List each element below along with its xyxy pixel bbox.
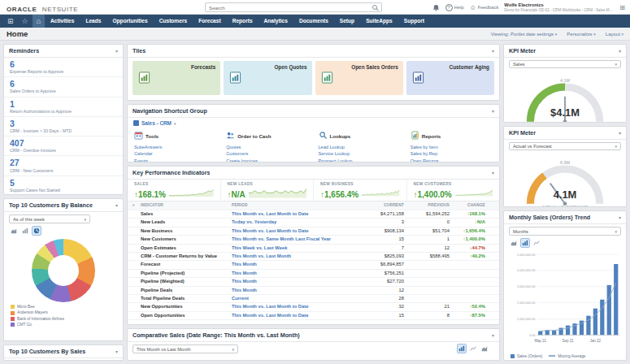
help-icon[interactable]: ?	[445, 4, 453, 11]
shortcut-link-sales-by-item[interactable]: Sales by Item	[411, 144, 493, 150]
kpi-period-link[interactable]: This Month vs. Same Month Last Fiscal Ye…	[232, 236, 354, 243]
shortcut-link-lead-lookup[interactable]: Lead Lookup	[319, 144, 401, 150]
search-icon[interactable]	[372, 5, 377, 10]
personalize-menu[interactable]: Personalize ▾	[567, 32, 596, 37]
balance-portlet-header[interactable]: Top 10 Customers By Balance ▾	[4, 199, 123, 212]
kpi-table-row[interactable]: Pipeline DealsThis Month12	[128, 287, 499, 295]
notifications-bell-icon[interactable]	[432, 4, 440, 11]
nav-item-opportunities[interactable]: Opportunities	[106, 15, 153, 28]
nav-item-documents[interactable]: Documents	[293, 15, 334, 28]
kpi-table-row[interactable]: Total Pipeline DealsCurrent28	[128, 295, 499, 303]
kpi-table-row[interactable]: Open EstimatesThis Week vs. Last Week712…	[128, 245, 499, 253]
portlet-menu-icon[interactable]: ▾	[115, 349, 118, 354]
bar-chart-icon[interactable]	[20, 226, 30, 236]
kpi-period-link[interactable]: This Month	[232, 287, 354, 294]
kpi-table-row[interactable]: New OpportunitiesThis Month vs. Last Mon…	[128, 303, 499, 311]
sales-portlet-header[interactable]: Top 10 Customers By Sales ▾	[4, 345, 123, 358]
kpi-period-link[interactable]: Today vs. Yesterday	[232, 219, 354, 226]
nav-item-suiteapps[interactable]: SuiteApps	[360, 15, 398, 28]
portlet-menu-icon[interactable]: ▾	[492, 170, 494, 176]
shortcut-link-customers[interactable]: Customers	[226, 150, 308, 157]
pie-chart-icon[interactable]	[32, 226, 41, 236]
nav-item-reports[interactable]: Reports	[227, 15, 259, 28]
kpi-period-link[interactable]: This Month	[232, 261, 354, 268]
comparative-range-select[interactable]: This Month vs Last Month ▾	[133, 344, 238, 353]
comparative-portlet-header[interactable]: Comparative Sales (Date Range: This Mont…	[128, 329, 499, 342]
shortcut-link-events[interactable]: Events	[134, 158, 216, 162]
kpi-meter-header[interactable]: KPI Meter ▾	[504, 127, 626, 140]
kpi-table-row[interactable]: ForecastThis Month$6,894,857	[128, 261, 499, 269]
shortcut-link-open-returns[interactable]: Open Returns	[411, 158, 493, 162]
trend-period-select[interactable]: Months ▾	[509, 227, 621, 236]
reminder-item[interactable]: 5Support Cases Not Started	[4, 176, 123, 194]
portlet-menu-icon[interactable]: ▾	[492, 108, 494, 114]
portlet-menu-icon[interactable]: ▾	[619, 214, 621, 220]
kpi-period-link[interactable]: This Month vs. Last Month to Date	[232, 312, 354, 319]
bar-chart-icon[interactable]	[457, 344, 467, 353]
nav-item-setup[interactable]: Setup	[334, 15, 360, 28]
kpi-card-new-leads[interactable]: NEW LEADS↑N/A	[221, 180, 315, 201]
nav-item-leads[interactable]: Leads	[80, 15, 106, 28]
kpi-meter-select[interactable]: Actual vs Forecast ▾	[509, 142, 621, 150]
kpi-table-row[interactable]: New CustomersThis Month vs. Same Month L…	[128, 236, 499, 244]
portlet-menu-icon[interactable]: ▾	[115, 202, 118, 208]
help-menu[interactable]: ? Help	[445, 4, 464, 11]
reminder-item[interactable]: 6Sales Orders to Approve	[4, 77, 123, 97]
area-chart-icon[interactable]	[509, 238, 519, 248]
shortcut-link-suiteanswers[interactable]: SuiteAnswers	[134, 144, 216, 150]
kpi-table-row[interactable]: CRM - Customer Returns by ValueThis Mont…	[128, 253, 499, 261]
shortcut-link-quotes[interactable]: Quotes	[226, 144, 308, 150]
tile-open-quotes[interactable]: Open Quotes	[224, 61, 311, 95]
kpi-period-link[interactable]: This Month vs. Last Month	[232, 253, 354, 260]
reminder-item[interactable]: 407CRM - Overdue Invoices	[4, 136, 123, 156]
balance-filter-select[interactable]: As of this week ▾	[9, 214, 90, 223]
kpi-portlet-header[interactable]: Key Performance Indicators ▾	[128, 167, 499, 180]
kpi-table-row[interactable]: SalesThis Month vs. Last Month to Date$4…	[128, 210, 499, 219]
reminder-item[interactable]: 6Expense Reports to Approve	[4, 58, 123, 77]
kpi-period-link[interactable]: This Week vs. Last Week	[232, 245, 354, 252]
layout-menu[interactable]: Layout ▾	[606, 32, 623, 37]
kpi-period-link[interactable]: This Month	[232, 278, 354, 285]
kpi-period-link[interactable]: This Month vs. Last Month to Date	[232, 210, 354, 218]
shortcut-link-create-invoices[interactable]: Create Invoices	[226, 158, 308, 162]
portlet-menu-icon[interactable]: ▾	[115, 48, 118, 54]
portlet-date-settings-menu[interactable]: Viewing: Portlet date settings ▾	[491, 32, 557, 37]
nav-item-forecast[interactable]: Forecast	[193, 15, 227, 28]
kpi-period-link[interactable]: Current	[232, 295, 354, 302]
table-filter-caret-icon[interactable]: ▾	[133, 202, 141, 210]
shortcut-link-calendar[interactable]: Calendar	[134, 150, 216, 157]
shortcut-portlet-header[interactable]: Navigation Shortcut Group ▾	[128, 105, 499, 118]
shortcut-link-prospect-lookup[interactable]: Prospect Lookup	[319, 158, 401, 162]
kpi-table-row[interactable]: Open OpportunitiesThis Month vs. Last Mo…	[128, 312, 499, 320]
area-chart-icon[interactable]	[480, 344, 489, 353]
kpi-period-link[interactable]: This Month vs. Last Month to Date	[232, 303, 354, 310]
nav-item-analytics[interactable]: Analytics	[259, 15, 293, 28]
global-search[interactable]	[205, 2, 382, 12]
balance-donut-chart[interactable]	[32, 239, 95, 302]
kpi-table-row[interactable]: Pipeline (Weighted)This Month$27,720	[128, 278, 499, 286]
portlet-menu-icon[interactable]: ▾	[492, 48, 494, 54]
kpi-table-row[interactable]: New BusinessThis Month vs. Last Month to…	[128, 228, 499, 236]
tile-forecasts[interactable]: Forecasts	[133, 61, 220, 95]
line-chart-icon[interactable]	[468, 344, 478, 353]
kpi-period-link[interactable]: This Month vs. Last Month to Date	[232, 228, 354, 235]
portlet-menu-icon[interactable]: ▾	[619, 130, 621, 136]
area-chart-icon[interactable]	[9, 226, 19, 236]
shortcut-link-service-lookup[interactable]: Service Lookup	[319, 150, 401, 157]
apps-grid-icon[interactable]: ⊞	[619, 4, 625, 11]
nav-item-customers[interactable]: Customers	[154, 15, 193, 28]
netsuite-logo[interactable]: ORACLE NETSUITE	[7, 0, 78, 17]
shortcut-link-sales-by-rep[interactable]: Sales by Rep	[411, 150, 493, 157]
portlet-menu-icon[interactable]: ▾	[619, 48, 621, 54]
tile-customer-aging[interactable]: Customer Aging	[406, 61, 494, 95]
kpi-meter-header[interactable]: KPI Meter ▾	[504, 45, 626, 58]
shortcut-group-selector[interactable]: Sales - CRM ▾	[128, 118, 499, 127]
portlet-menu-icon[interactable]: ▾	[492, 332, 494, 338]
kpi-period-link[interactable]: This Month	[232, 270, 354, 277]
reminder-item[interactable]: 1Return Authorizations to Approve	[4, 98, 123, 117]
kpi-table-row[interactable]: Pipeline (Projected)This Month$756,251	[128, 270, 499, 278]
global-search-input[interactable]	[206, 5, 372, 11]
reminder-item[interactable]: 3CRM - Invoices > 30 Days - MTD	[4, 117, 123, 136]
kpi-card-sales[interactable]: SALES↑168.1%	[128, 180, 221, 201]
tiles-portlet-header[interactable]: Tiles ▾	[128, 45, 499, 58]
